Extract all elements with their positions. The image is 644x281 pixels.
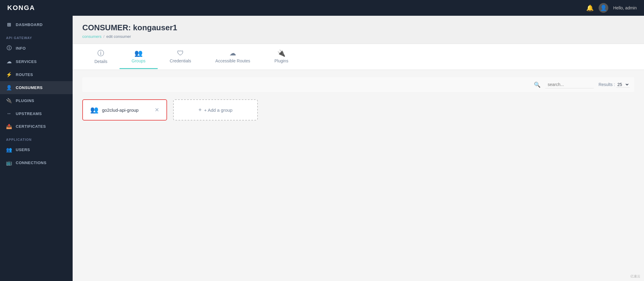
groups-content: 🔍 Results : 25 50 100 👥 go2c	[73, 70, 644, 281]
sidebar-item-label: UPSTREAMS	[16, 111, 42, 116]
page-title: CONSUMER: kongauser1	[82, 23, 634, 32]
content-area: CONSUMER: kongauser1 consumers / edit co…	[73, 16, 644, 281]
sidebar-item-users[interactable]: 👥 USERS	[0, 143, 73, 156]
top-header: KONGA 🔔 👤 Hello, admin	[0, 0, 644, 16]
breadcrumb-consumers-link[interactable]: consumers	[82, 34, 102, 39]
header-right: 🔔 👤 Hello, admin	[586, 3, 637, 13]
sidebar-item-label: ROUTES	[16, 72, 33, 77]
sidebar-item-plugins[interactable]: 🔌 PLUGINS	[0, 94, 73, 107]
plugins-icon: 🔌	[6, 98, 12, 104]
group-card-go2clud[interactable]: 👥 go2clud-api-group ✕	[82, 99, 167, 121]
sidebar-item-consumers[interactable]: 👤 CONSUMERS	[0, 81, 73, 94]
sidebar-item-label: INFO	[16, 46, 26, 51]
main-layout: ⊞ DASHBOARD API GATEWAY ⓘ INFO ☁ SERVICE…	[0, 16, 644, 281]
tab-accessible-routes[interactable]: ☁ Accessible Routes	[203, 45, 262, 69]
sidebar-item-services[interactable]: ☁ SERVICES	[0, 55, 73, 68]
hello-text: Hello, admin	[613, 5, 637, 10]
add-group-icon: +	[199, 107, 202, 113]
sidebar-item-label: SERVICES	[16, 59, 37, 64]
application-label: APPLICATION	[0, 133, 73, 143]
sidebar-item-upstreams[interactable]: ↔ UPSTREAMS	[0, 107, 73, 120]
group-card-inner: 👥 go2clud-api-group	[90, 106, 139, 114]
sidebar-item-label: USERS	[16, 147, 30, 152]
avatar-icon: 👤	[600, 5, 607, 11]
bell-icon[interactable]: 🔔	[586, 4, 594, 12]
add-group-card[interactable]: + + Add a group	[173, 99, 258, 121]
tab-credentials-label: Credentials	[170, 58, 191, 63]
results-label: Results : 25 50 100	[599, 82, 629, 88]
sidebar-item-dashboard[interactable]: ⊞ DASHBOARD	[0, 18, 73, 31]
page-header: CONSUMER: kongauser1 consumers / edit co…	[73, 16, 644, 44]
groups-toolbar: 🔍 Results : 25 50 100	[82, 77, 634, 92]
sidebar-item-label: CONSUMERS	[16, 85, 43, 90]
dashboard-icon: ⊞	[6, 22, 12, 28]
tab-plugins-label: Plugins	[274, 58, 288, 63]
sidebar-item-connections[interactable]: 📺 CONNECTIONS	[0, 156, 73, 169]
group-cards: 👥 go2clud-api-group ✕ + + Add a group	[82, 99, 634, 121]
users-icon: 👥	[6, 147, 12, 153]
tab-groups-label: Groups	[132, 58, 146, 63]
credentials-tab-icon: 🛡	[177, 49, 184, 57]
routes-icon: ⚡	[6, 72, 12, 78]
connections-icon: 📺	[6, 160, 12, 166]
search-icon: 🔍	[534, 81, 540, 88]
plugins-tab-icon: 🔌	[277, 49, 285, 57]
sidebar-item-certificates[interactable]: 📤 CERTIFICATES	[0, 120, 73, 133]
details-tab-icon: ⓘ	[97, 49, 104, 58]
tabs-bar: ⓘ Details 👥 Groups 🛡 Credentials ☁ Acces…	[73, 44, 644, 70]
info-icon: ⓘ	[6, 45, 12, 51]
sidebar-item-label: PLUGINS	[16, 98, 34, 103]
sidebar: ⊞ DASHBOARD API GATEWAY ⓘ INFO ☁ SERVICE…	[0, 16, 73, 281]
group-card-icon: 👥	[90, 106, 98, 114]
sidebar-item-label: CERTIFICATES	[16, 124, 46, 129]
api-gateway-label: API GATEWAY	[0, 31, 73, 41]
tab-accessible-routes-label: Accessible Routes	[215, 58, 250, 63]
sidebar-item-routes[interactable]: ⚡ ROUTES	[0, 68, 73, 81]
groups-tab-icon: 👥	[134, 49, 143, 57]
group-card-name: go2clud-api-group	[102, 107, 139, 113]
tab-groups[interactable]: 👥 Groups	[120, 45, 158, 69]
sidebar-item-label: CONNECTIONS	[16, 160, 47, 165]
tab-details-label: Details	[94, 59, 107, 64]
certificates-icon: 📤	[6, 124, 12, 129]
breadcrumb-sep: /	[104, 34, 105, 39]
avatar[interactable]: 👤	[599, 3, 608, 13]
tab-details[interactable]: ⓘ Details	[82, 44, 120, 70]
accessible-routes-tab-icon: ☁	[229, 49, 236, 57]
sidebar-item-info[interactable]: ⓘ INFO	[0, 41, 73, 55]
tab-plugins[interactable]: 🔌 Plugins	[262, 45, 301, 69]
logo: KONGA	[7, 4, 35, 12]
upstreams-icon: ↔	[6, 111, 12, 116]
consumers-icon: 👤	[6, 85, 12, 91]
cloud-icon: ☁	[6, 59, 12, 64]
breadcrumb: consumers / edit consumer	[82, 34, 634, 39]
add-group-label: + Add a group	[204, 107, 232, 113]
group-card-close-button[interactable]: ✕	[155, 107, 159, 113]
sidebar-item-label: DASHBOARD	[16, 22, 43, 27]
breadcrumb-current: edit consumer	[106, 34, 131, 39]
watermark: 亿速云	[630, 274, 640, 279]
tab-credentials[interactable]: 🛡 Credentials	[158, 45, 203, 69]
results-per-page-select[interactable]: 25 50 100	[616, 82, 629, 88]
search-input[interactable]	[545, 81, 594, 88]
